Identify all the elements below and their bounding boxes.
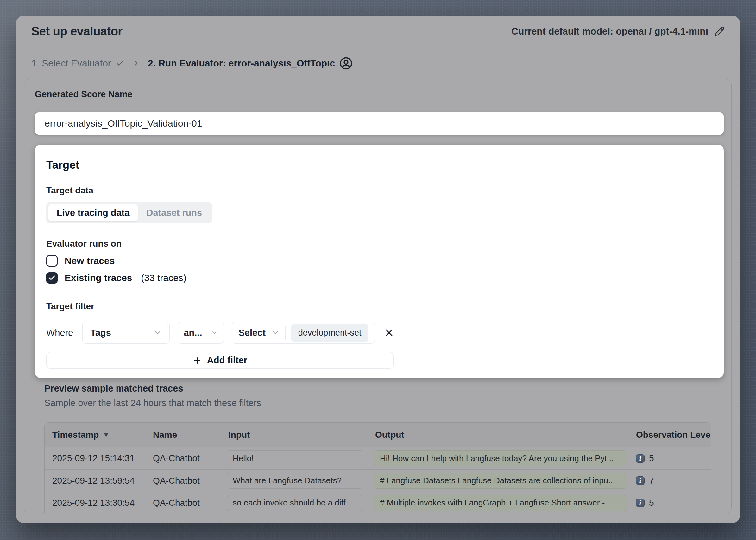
- column-header-input: Input: [221, 430, 368, 440]
- default-model-info: Current default model: openai / gpt-4.1-…: [511, 26, 725, 37]
- target-card: Target Target data Live tracing data Dat…: [35, 145, 724, 378]
- setup-evaluator-dialog: Set up evaluator Current default model: …: [16, 16, 740, 523]
- existing-traces-count: (33 traces): [141, 273, 186, 283]
- score-name-label: Generated Score Name: [35, 89, 731, 100]
- preview-subtitle: Sample over the last 24 hours that match…: [44, 398, 731, 408]
- chevron-down-icon: [154, 329, 162, 337]
- breadcrumb-step-select-evaluator[interactable]: 1. Select Evaluator: [31, 58, 124, 69]
- run-evaluator-panel: Generated Score Name Target Target data …: [24, 79, 732, 513]
- chevron-right-icon: [132, 59, 140, 68]
- target-title: Target: [46, 159, 712, 170]
- preview-table: Timestamp ▼ Name Input Output Observatio…: [44, 422, 711, 513]
- column-header-observation-levels: Observation Levels: [628, 430, 711, 440]
- name-cell: QA-Chatbot: [145, 498, 221, 508]
- checkbox-existing-traces-label: Existing traces: [65, 273, 132, 283]
- observation-levels-cell: i 7: [628, 476, 711, 486]
- filter-operator-value: an...: [184, 328, 202, 338]
- target-data-toggle: Live tracing data Dataset runs: [46, 202, 212, 223]
- checkbox-unchecked-icon[interactable]: [46, 255, 58, 267]
- column-header-output: Output: [368, 430, 628, 440]
- app-backdrop: Set up evaluator Current default model: …: [0, 0, 756, 540]
- level-count: 5: [649, 453, 654, 464]
- checkbox-checked-icon[interactable]: [46, 272, 58, 284]
- output-preview-box: Hi! How can I help with Langfuse today? …: [374, 451, 627, 466]
- dialog-header: Set up evaluator Current default model: …: [16, 16, 740, 48]
- score-name-input[interactable]: [35, 112, 724, 135]
- breadcrumb-step-1-label: 1. Select Evaluator: [31, 58, 111, 69]
- target-filter-label: Target filter: [46, 302, 712, 311]
- where-label: Where: [46, 328, 73, 338]
- table-row[interactable]: 2025-09-12 13:59:54 QA-Chatbot What are …: [45, 470, 711, 491]
- observation-levels-cell: i 5: [628, 498, 711, 508]
- remove-filter-button[interactable]: [383, 327, 395, 338]
- filter-value-select[interactable]: Select development-set: [232, 322, 375, 344]
- plus-icon: [193, 356, 202, 365]
- output-cell: # Multiple invokes with LangGraph + Lang…: [368, 495, 628, 511]
- info-icon: i: [636, 498, 645, 507]
- filter-value-tag[interactable]: development-set: [291, 324, 369, 341]
- table-row[interactable]: 2025-09-12 15:14:31 QA-Chatbot Hello! Hi…: [45, 447, 711, 470]
- checkbox-new-traces-label: New traces: [65, 255, 115, 266]
- level-count: 7: [649, 476, 654, 486]
- add-filter-label: Add filter: [207, 355, 247, 365]
- output-preview-box: # Multiple invokes with LangGraph + Lang…: [374, 495, 627, 511]
- name-cell: QA-Chatbot: [145, 453, 221, 464]
- observation-levels-cell: i 5: [628, 453, 711, 464]
- input-cell: What are Langfuse Datasets?: [221, 473, 368, 489]
- output-preview-box: # Langfuse Datasets Langfuse Datasets ar…: [374, 473, 627, 489]
- name-cell: QA-Chatbot: [145, 476, 221, 486]
- breadcrumb-step-2-label: 2. Run Evaluator: error-analysis_OffTopi…: [148, 58, 335, 69]
- output-cell: # Langfuse Datasets Langfuse Datasets ar…: [368, 473, 628, 489]
- breadcrumb-step-run-evaluator: 2. Run Evaluator: error-analysis_OffTopi…: [148, 57, 353, 70]
- checkbox-new-traces[interactable]: New traces: [46, 254, 712, 267]
- table-header-row: Timestamp ▼ Name Input Output Observatio…: [45, 423, 711, 447]
- filter-row: Where Tags an... Select: [46, 322, 712, 344]
- checkbox-existing-traces[interactable]: Existing traces (33 traces): [46, 272, 712, 284]
- add-filter-button[interactable]: Add filter: [46, 352, 393, 369]
- level-count: 5: [649, 498, 654, 508]
- chevron-down-icon: [271, 329, 279, 337]
- preview-title: Preview sample matched traces: [44, 383, 731, 394]
- info-icon: i: [636, 476, 645, 485]
- tab-live-tracing-data[interactable]: Live tracing data: [48, 204, 138, 221]
- target-data-label: Target data: [46, 186, 712, 195]
- tab-dataset-runs[interactable]: Dataset runs: [138, 204, 210, 221]
- check-icon: [115, 59, 124, 68]
- output-cell: Hi! How can I help with Langfuse today? …: [368, 451, 628, 466]
- pencil-icon[interactable]: [714, 26, 725, 36]
- input-preview-box: so each invoke should be a diff...: [227, 495, 364, 511]
- input-cell: so each invoke should be a diff...: [221, 495, 368, 511]
- input-cell: Hello!: [221, 451, 368, 466]
- filter-operator-select[interactable]: an...: [178, 322, 224, 344]
- filter-column-value: Tags: [90, 328, 111, 338]
- table-row[interactable]: 2025-09-12 13:30:54 QA-Chatbot so each i…: [45, 491, 711, 513]
- filter-value-label: Select: [238, 328, 265, 338]
- sort-desc-icon: ▼: [102, 431, 109, 439]
- input-preview-box: What are Langfuse Datasets?: [227, 473, 364, 489]
- timestamp-cell: 2025-09-12 13:59:54: [45, 476, 145, 486]
- timestamp-cell: 2025-09-12 15:14:31: [45, 453, 145, 464]
- column-header-timestamp[interactable]: Timestamp ▼: [45, 430, 145, 440]
- info-icon: i: [636, 454, 645, 463]
- input-preview-box: Hello!: [227, 451, 364, 466]
- default-model-label: Current default model: openai / gpt-4.1-…: [511, 26, 708, 37]
- chevron-down-icon: [211, 329, 218, 336]
- filter-column-select[interactable]: Tags: [82, 322, 170, 344]
- column-header-name: Name: [145, 430, 221, 440]
- timestamp-cell: 2025-09-12 13:30:54: [45, 498, 145, 508]
- divider: [285, 326, 286, 339]
- user-circle-icon: [339, 57, 353, 70]
- breadcrumb: 1. Select Evaluator 2. Run Evaluator: er…: [16, 48, 740, 79]
- runs-on-label: Evaluator runs on: [46, 239, 712, 248]
- page-title: Set up evaluator: [31, 25, 122, 38]
